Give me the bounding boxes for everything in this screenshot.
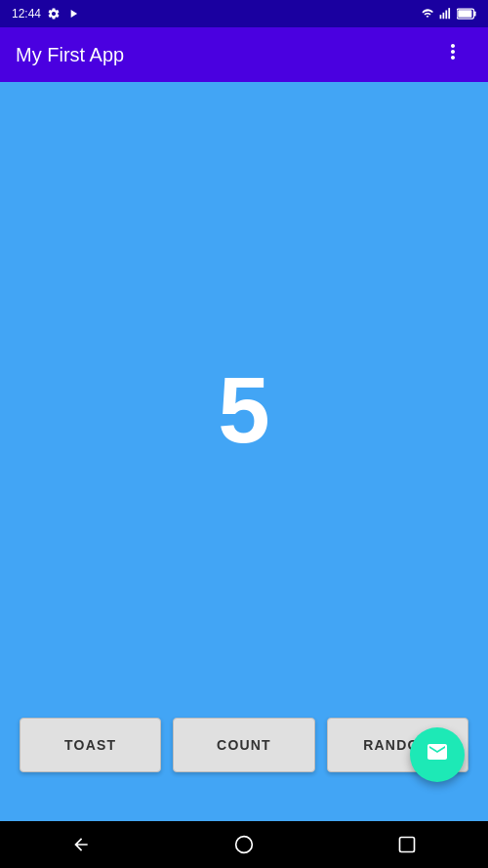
- nav-bar: [0, 821, 488, 868]
- signal-icon: [439, 7, 453, 21]
- email-fab[interactable]: [410, 727, 465, 782]
- svg-rect-6: [458, 10, 471, 18]
- svg-rect-3: [448, 8, 450, 19]
- status-time: 12:44: [12, 7, 41, 21]
- media-icon: [66, 7, 80, 21]
- home-button[interactable]: [215, 827, 273, 862]
- svg-rect-5: [474, 12, 476, 17]
- wifi-icon: [420, 8, 435, 20]
- toast-button[interactable]: TOAST: [20, 718, 161, 772]
- status-left: 12:44: [12, 7, 80, 21]
- svg-rect-1: [443, 13, 445, 19]
- status-right: [420, 7, 476, 21]
- email-icon: [426, 740, 449, 769]
- settings-icon: [47, 7, 61, 21]
- counter-display: 5: [218, 356, 269, 464]
- counter-section: 5: [218, 102, 269, 718]
- menu-button[interactable]: [433, 32, 472, 77]
- svg-rect-2: [445, 11, 447, 20]
- status-bar: 12:44: [0, 0, 488, 27]
- recent-button[interactable]: [378, 827, 436, 862]
- svg-rect-0: [440, 15, 442, 19]
- app-bar: My First App: [0, 27, 488, 82]
- main-content: 5 TOAST COUNT RANDOM: [0, 82, 488, 821]
- count-button[interactable]: COUNT: [173, 718, 314, 772]
- svg-rect-8: [399, 838, 414, 852]
- battery-icon: [457, 7, 476, 21]
- back-button[interactable]: [52, 827, 110, 862]
- app-title: My First App: [16, 44, 124, 66]
- svg-point-7: [236, 837, 253, 853]
- buttons-row: TOAST COUNT RANDOM: [20, 718, 468, 782]
